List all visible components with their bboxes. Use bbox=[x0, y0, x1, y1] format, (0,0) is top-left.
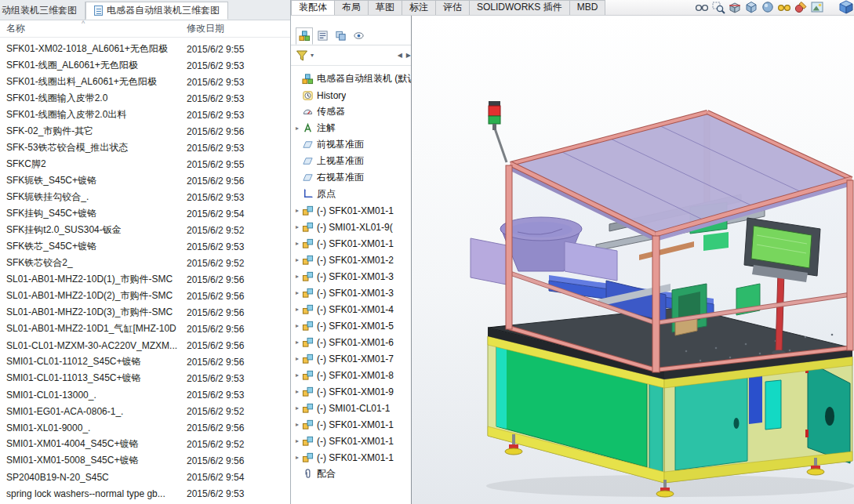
feature-tree-item[interactable]: 右视基准面 bbox=[291, 169, 411, 186]
file-row[interactable]: SFK01-线圈_AL6061+无色阳极 2015/6/2 9:53 bbox=[0, 57, 290, 74]
zoom-to-area-icon[interactable] bbox=[711, 0, 725, 14]
feature-tree-item[interactable]: ▸ 注解 bbox=[291, 120, 411, 136]
file-row[interactable]: SMI01-CL01-13000_. 2015/6/2 9:53 bbox=[0, 386, 290, 403]
feature-tree-item[interactable]: ▸ (-) SFK01-XM01-7 bbox=[291, 350, 411, 367]
feature-tree-item[interactable]: ▸ (-) SFK01-XM01-9 bbox=[291, 383, 411, 400]
expand-arrow-icon[interactable]: ▸ bbox=[291, 372, 301, 379]
file-row[interactable]: SFK铁芯铰合2_ 2015/6/2 9:52 bbox=[0, 255, 290, 271]
expand-arrow-icon[interactable]: ▸ bbox=[291, 125, 301, 132]
3d-viewport[interactable] bbox=[412, 16, 854, 504]
feature-tree-item[interactable]: ▸ (-) SFK01-XM01-6 bbox=[291, 334, 411, 350]
file-row[interactable]: SFK轭铁挂勾铰合_. 2015/6/2 9:53 bbox=[0, 189, 290, 205]
file-row[interactable]: SFK01-线圈输入皮带2.0 2015/6/2 9:53 bbox=[0, 90, 290, 107]
expand-arrow-icon[interactable]: ▸ bbox=[291, 355, 301, 362]
file-row[interactable]: SFK01-线圈输入皮带2.0出料 2015/6/2 9:53 bbox=[0, 107, 290, 123]
tab-scroll-right-icon[interactable]: ▶ bbox=[406, 52, 411, 59]
command-tab[interactable]: SOLIDWORKS 插件 bbox=[469, 0, 570, 15]
command-tab[interactable]: 布局 bbox=[334, 0, 369, 15]
display-style-icon[interactable] bbox=[761, 0, 775, 14]
file-row[interactable]: SFK铁芯_S45C+镀铬 2015/6/2 9:53 bbox=[0, 238, 290, 255]
file-row[interactable]: SMI01-XL01-9000_. 2015/6/2 9:56 bbox=[0, 419, 290, 436]
expand-arrow-icon[interactable]: ▸ bbox=[291, 256, 301, 263]
expand-arrow-icon[interactable]: ▸ bbox=[291, 223, 301, 230]
command-tab[interactable]: MBD bbox=[569, 0, 606, 15]
expand-arrow-icon[interactable]: ▸ bbox=[291, 404, 301, 412]
feature-tree-item[interactable]: ▸ (-) SFK01-XM01-1 bbox=[291, 433, 411, 449]
file-row[interactable]: SFK-02_市购件-其它 2015/6/2 9:56 bbox=[0, 123, 290, 140]
expand-arrow-icon[interactable]: ▸ bbox=[291, 207, 301, 214]
view-orientation-icon[interactable] bbox=[744, 0, 758, 14]
file-row[interactable]: SL01-CL01-MZXM-30-AC220V_MZXM... 2015/6/… bbox=[0, 337, 290, 354]
file-row[interactable]: SL01-AB01-MHZ2-10D(2)_市购件-SMC 2015/6/2 9… bbox=[0, 288, 290, 304]
feature-tree-item[interactable]: 传感器 bbox=[291, 103, 411, 120]
section-view-icon[interactable] bbox=[728, 0, 742, 14]
feature-tree-item[interactable]: ▸ (-) SFK01-XM01-8 bbox=[291, 367, 411, 383]
feature-tree-item[interactable]: ▸ (-) SFK01-XM01-1 bbox=[291, 202, 411, 219]
filter-dropdown-icon[interactable]: ▾ bbox=[311, 52, 314, 59]
feature-tree-item[interactable]: ▸ (-) SMI01-XL01-9( bbox=[291, 219, 411, 235]
expand-arrow-icon[interactable]: ▸ bbox=[291, 322, 301, 329]
file-row[interactable]: SMI01-CL01-11012_S45C+镀铬 2015/6/2 9:56 bbox=[0, 354, 290, 370]
feature-tree-item[interactable]: History bbox=[291, 87, 411, 103]
command-tab[interactable]: 评估 bbox=[435, 0, 470, 15]
feature-tree-item[interactable]: 上视基准面 bbox=[291, 153, 411, 169]
feature-tree-item[interactable]: ▸ (-) SFK01-XM01-2 bbox=[291, 252, 411, 268]
feature-tree-item[interactable]: ▸ (-) SFK01-XM01-3 bbox=[291, 268, 411, 285]
expand-arrow-icon[interactable]: ▸ bbox=[291, 306, 301, 313]
file-row[interactable]: SMI01-CL01-11013_S45C+镀铬 2015/6/2 9:53 bbox=[0, 370, 290, 386]
file-row[interactable]: SL01-AB01-MHZ2-10D(3)_市购件-SMC 2015/6/2 9… bbox=[0, 304, 290, 321]
file-row[interactable]: SP2040B19-N-20_S45C 2015/6/2 9:54 bbox=[0, 469, 290, 485]
file-row[interactable]: SMI01-XM01-5008_S45C+镀铬 2015/6/2 9:56 bbox=[0, 452, 290, 469]
hide-show-items-icon[interactable] bbox=[777, 0, 791, 14]
expand-arrow-icon[interactable]: ▸ bbox=[291, 289, 301, 296]
explorer-tab-background[interactable]: 动组装机三维套图 bbox=[0, 2, 85, 20]
configurationmanager-tab-icon[interactable] bbox=[332, 27, 349, 45]
explorer-tab-active[interactable]: 电感器自动组装机三维套图 bbox=[85, 2, 228, 20]
expand-arrow-icon[interactable]: ▸ bbox=[291, 388, 301, 395]
file-row[interactable]: SFK01-XM02-1018_AL6061+无色阳极 2015/6/2 9:5… bbox=[0, 41, 290, 57]
tree-item-label: (-) SFK01-XM01-7 bbox=[317, 354, 394, 364]
file-row[interactable]: SL01-AB01-MHZ2-10D(1)_市购件-SMC 2015/6/2 9… bbox=[0, 271, 290, 288]
file-row[interactable]: spring lock washers--normal type gb... 2… bbox=[0, 485, 290, 502]
zoom-to-fit-icon[interactable] bbox=[695, 0, 709, 14]
feature-tree-item[interactable]: ▸ (-) SFK01-XM01-4 bbox=[291, 301, 411, 317]
expand-arrow-icon[interactable]: ▸ bbox=[291, 437, 301, 444]
displaymanager-tab-icon[interactable] bbox=[350, 27, 367, 45]
feature-tree-item[interactable]: ▸ (-) SFK01-XM01-5 bbox=[291, 317, 411, 334]
file-row[interactable]: SFK-53铁芯铰合模_推出状态 2015/6/2 9:53 bbox=[0, 140, 290, 156]
feature-tree-item[interactable]: ▸ (-) SFK01-XM01-1 bbox=[291, 235, 411, 252]
feature-tree-item[interactable]: ▸ (-) SFK01-XM01-1 bbox=[291, 449, 411, 466]
view-cube-icon[interactable] bbox=[838, 0, 854, 15]
file-row[interactable]: SFK01-线圈出料_AL6061+无色阳极 2015/6/2 9:53 bbox=[0, 74, 290, 90]
feature-tree-item[interactable]: 原点 bbox=[291, 186, 411, 202]
feature-tree-item[interactable]: ▸ (-) SFK01-XM01-1 bbox=[291, 416, 411, 433]
feature-tree-item[interactable]: 前视基准面 bbox=[291, 136, 411, 153]
file-row[interactable]: SFK轭铁_S45C+镀铬 2015/6/2 9:56 bbox=[0, 172, 290, 189]
file-row[interactable]: SFKC脚2 2015/6/2 9:55 bbox=[0, 156, 290, 172]
feature-tree-root[interactable]: 电感器自动组装机 (默认 bbox=[291, 71, 411, 87]
command-tab[interactable]: 标注 bbox=[402, 0, 436, 15]
command-tab[interactable]: 装配体 bbox=[291, 0, 335, 15]
filter-icon[interactable] bbox=[296, 49, 308, 62]
file-row[interactable]: SMI01-EG01-ACA-0806-1_. 2015/6/2 9:52 bbox=[0, 403, 290, 419]
expand-arrow-icon[interactable]: ▸ bbox=[291, 273, 301, 280]
file-row[interactable]: SFK挂钩t2.0_SUS304-钣金 2015/6/2 9:52 bbox=[0, 222, 290, 238]
column-header-date[interactable]: 修改日期 bbox=[180, 22, 224, 35]
expand-arrow-icon[interactable]: ▸ bbox=[291, 339, 301, 346]
file-row[interactable]: SFK挂钩_S45C+镀铬 2015/6/2 9:54 bbox=[0, 205, 290, 222]
file-row[interactable]: SL01-AB01-MHZ2-10D1_气缸[MHZ-10D 2015/6/2 … bbox=[0, 321, 290, 337]
command-tab[interactable]: 草图 bbox=[368, 0, 402, 15]
propertymanager-tab-icon[interactable] bbox=[314, 27, 331, 45]
featuremanager-tree-tab-icon[interactable] bbox=[296, 27, 313, 45]
feature-tree-item[interactable]: ▸ (-) SFK01-XM01-3 bbox=[291, 285, 411, 301]
file-row[interactable]: SMI01-XM01-4004_S45C+镀铬 2015/6/2 9:52 bbox=[0, 436, 290, 452]
feature-tree-item[interactable]: 配合 bbox=[291, 466, 411, 482]
column-header-name[interactable]: 名称 bbox=[0, 22, 180, 35]
feature-tree-item[interactable]: ▸ (-) SMI01-CL01-1 bbox=[291, 400, 411, 416]
edit-appearance-icon[interactable] bbox=[794, 0, 808, 14]
tab-scroll-left-icon[interactable]: ◀ bbox=[398, 52, 402, 59]
expand-arrow-icon[interactable]: ▸ bbox=[291, 454, 301, 461]
expand-arrow-icon[interactable]: ▸ bbox=[291, 240, 301, 247]
apply-scene-icon[interactable] bbox=[810, 0, 824, 14]
expand-arrow-icon[interactable]: ▸ bbox=[291, 421, 301, 428]
